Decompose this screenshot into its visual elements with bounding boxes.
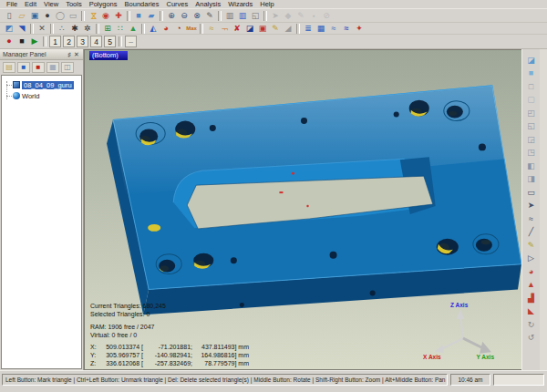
separator[interactable] bbox=[296, 24, 300, 34]
arrow-select-icon[interactable]: ➤ bbox=[524, 200, 538, 213]
wave-strong-icon[interactable]: ≈ bbox=[340, 23, 353, 35]
shape-disabled-icon[interactable]: ◆ bbox=[282, 10, 294, 22]
separator[interactable] bbox=[160, 11, 163, 21]
menu-item[interactable]: File bbox=[3, 0, 21, 8]
tree-item-world[interactable]: World bbox=[2, 90, 81, 101]
flag-icon[interactable]: ◥ bbox=[15, 23, 28, 35]
sharpen-pencil-icon[interactable]: ✎ bbox=[269, 23, 282, 35]
boundary-icon[interactable]: ¬¬ bbox=[218, 23, 231, 35]
model-manager-tab-icon[interactable]: ▤ bbox=[3, 62, 15, 73]
menu-item[interactable]: Wizards bbox=[224, 0, 256, 8]
pin-icon[interactable]: ♯ bbox=[66, 51, 73, 57]
view-preset-4-button[interactable]: 4 bbox=[90, 36, 102, 47]
scene-tab-icon[interactable]: ◫ bbox=[61, 62, 74, 73]
shaded-plane-icon[interactable]: ▰ bbox=[145, 10, 158, 22]
separator[interactable] bbox=[50, 24, 54, 34]
play-icon[interactable]: ▶ bbox=[28, 36, 41, 47]
bug-icon[interactable]: ✱ bbox=[68, 23, 81, 35]
texture-grid-icon[interactable]: ▦ bbox=[315, 23, 327, 35]
open-folder-icon[interactable]: ▱ bbox=[15, 10, 28, 22]
render-sphere-icon[interactable]: ● bbox=[41, 10, 54, 22]
plane-cut-icon[interactable]: ◪ bbox=[243, 23, 256, 35]
cone-red-icon[interactable]: ▲ bbox=[524, 279, 538, 293]
hourglass-icon[interactable]: ⋈ bbox=[88, 9, 99, 22]
measure-active-icon[interactable]: ▥ bbox=[236, 10, 249, 22]
globe-dark-icon[interactable]: ◔ bbox=[172, 23, 185, 35]
selection-tab-icon[interactable]: ■ bbox=[32, 62, 45, 73]
record-icon[interactable]: ● bbox=[3, 36, 15, 47]
decimate-icon[interactable]: ✦ bbox=[353, 23, 366, 35]
datum-target-icon[interactable]: ◉ bbox=[99, 10, 112, 22]
close-icon[interactable]: ✕ bbox=[73, 51, 80, 58]
pen-select-icon[interactable]: ✎ bbox=[524, 239, 538, 253]
wedge-red-icon[interactable]: ◣ bbox=[524, 305, 538, 319]
gear-icon[interactable]: ✲ bbox=[81, 23, 94, 35]
menu-item[interactable]: Boundaries bbox=[121, 0, 163, 8]
corner-cube-alt-icon[interactable]: ◨ bbox=[524, 173, 538, 187]
max-icon[interactable]: Max bbox=[185, 23, 198, 35]
display-tab-icon[interactable]: ■ bbox=[17, 62, 30, 73]
merge-icon[interactable]: ◭ bbox=[147, 23, 160, 35]
mesh-doctor-icon[interactable]: ▲ bbox=[127, 23, 139, 35]
separator[interactable] bbox=[218, 11, 222, 21]
wave-icon[interactable]: ≈ bbox=[327, 23, 340, 35]
stitch-icon[interactable]: ∷ bbox=[114, 23, 127, 35]
rotate-view-icon[interactable]: ↻ bbox=[524, 318, 538, 332]
spray-select-icon[interactable]: ∴ bbox=[56, 23, 68, 35]
separator[interactable] bbox=[141, 24, 145, 34]
properties-tab-icon[interactable]: ▦ bbox=[46, 62, 59, 73]
lasso-select-icon[interactable]: ≈ bbox=[524, 212, 538, 226]
menu-item[interactable]: Help bbox=[256, 0, 277, 8]
menu-item[interactable]: Tools bbox=[62, 0, 86, 8]
view-preset-2-button[interactable]: 2 bbox=[63, 36, 75, 47]
wedge-gray-icon[interactable]: ◢ bbox=[282, 23, 294, 35]
minimize-button[interactable]: – bbox=[125, 36, 137, 47]
separator[interactable] bbox=[200, 24, 203, 34]
zoom-window-icon[interactable]: ⊗ bbox=[191, 10, 203, 22]
wireframe-view-icon[interactable]: □ bbox=[524, 80, 538, 94]
points-view-icon[interactable]: ▢ bbox=[524, 94, 538, 108]
iso-cube-icon[interactable]: ◰ bbox=[524, 107, 538, 120]
view-preset-5-button[interactable]: 5 bbox=[104, 36, 116, 47]
corner-cube-icon[interactable]: ◧ bbox=[524, 160, 538, 173]
pen-disabled-icon[interactable]: ✎ bbox=[294, 10, 307, 22]
fill-holes-icon[interactable]: ⊞ bbox=[101, 23, 114, 35]
pie-red-icon[interactable]: ◕ bbox=[524, 265, 538, 279]
line-select-icon[interactable]: ╱ bbox=[524, 226, 538, 240]
menu-item[interactable]: Polygons bbox=[86, 0, 121, 8]
select-mesh-icon[interactable]: ◩ bbox=[3, 23, 15, 35]
front-cube-icon[interactable]: ◱ bbox=[524, 120, 538, 134]
menu-item[interactable]: Curves bbox=[162, 0, 191, 8]
separator[interactable] bbox=[30, 24, 34, 34]
dot-disabled-icon[interactable]: ● bbox=[307, 10, 320, 22]
separator[interactable] bbox=[127, 11, 130, 21]
menu-item[interactable]: View bbox=[40, 0, 62, 8]
stack-red-icon[interactable]: ▟ bbox=[524, 292, 538, 305]
view-preset-1-button[interactable]: 1 bbox=[49, 36, 61, 47]
poly-select-icon[interactable]: ▷ bbox=[524, 253, 538, 266]
zoom-in-icon[interactable]: ⊕ bbox=[165, 10, 178, 22]
separator[interactable] bbox=[96, 24, 99, 34]
separator[interactable] bbox=[119, 36, 122, 46]
remesh-icon[interactable]: ✘ bbox=[231, 23, 243, 35]
rect-select-icon[interactable]: ▭ bbox=[67, 10, 79, 22]
separator[interactable] bbox=[43, 36, 46, 46]
smooth-icon[interactable]: ≈ bbox=[205, 23, 218, 35]
new-file-icon[interactable]: ▯ bbox=[3, 10, 15, 22]
globe-red-icon[interactable]: ◕ bbox=[160, 23, 172, 35]
top-cube-icon[interactable]: ◲ bbox=[524, 133, 538, 147]
separator[interactable] bbox=[81, 11, 85, 21]
database-icon[interactable]: ≣ bbox=[302, 23, 315, 35]
stop-icon[interactable]: ■ bbox=[15, 36, 28, 47]
pointer-disabled-icon[interactable]: ➤ bbox=[269, 10, 282, 22]
menu-item[interactable]: Edit bbox=[21, 0, 40, 8]
window-layout-icon[interactable]: ◱ bbox=[249, 10, 262, 22]
separator[interactable] bbox=[263, 11, 267, 21]
view-preset-3-button[interactable]: 3 bbox=[77, 36, 88, 47]
save-icon[interactable]: ▣ bbox=[28, 10, 41, 22]
shaded-view-icon[interactable]: ◪ bbox=[524, 54, 538, 67]
align-crosshair-icon[interactable]: ✚ bbox=[112, 10, 125, 22]
delete-icon[interactable]: ✕ bbox=[36, 23, 48, 35]
pencil-icon[interactable]: ✎ bbox=[203, 10, 216, 22]
circle-select-icon[interactable]: ◯ bbox=[54, 10, 67, 22]
